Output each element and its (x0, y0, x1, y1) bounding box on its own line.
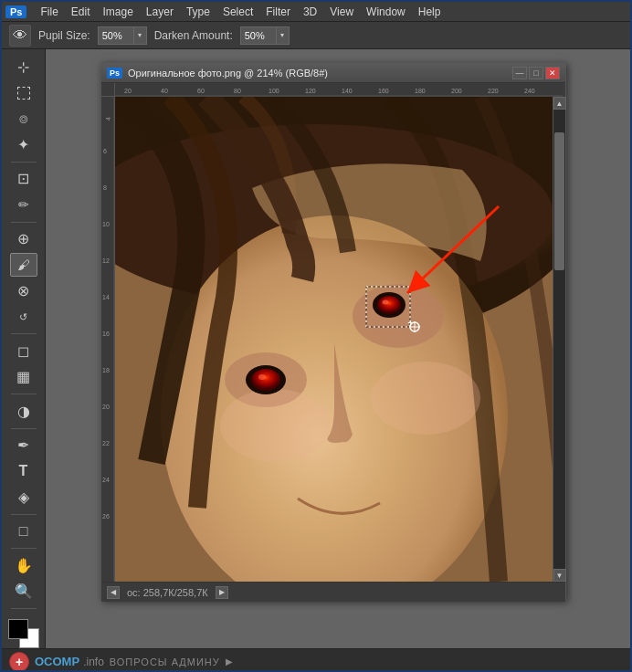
darken-amount-dropdown[interactable]: ▾ (277, 26, 290, 45)
svg-text:20: 20 (124, 88, 132, 94)
separator-7 (11, 548, 37, 549)
tool-marquee[interactable] (10, 80, 37, 104)
ruler-vertical: 4 6 8 10 12 14 16 18 20 22 24 26 (101, 97, 115, 582)
pupil-size-dropdown[interactable]: ▾ (134, 26, 147, 45)
svg-text:26: 26 (102, 513, 110, 520)
minimize-button[interactable]: — (512, 67, 527, 79)
tool-eraser[interactable]: ◻ (10, 339, 37, 362)
separator-1 (11, 162, 37, 163)
tool-healing[interactable]: ⊕ (10, 227, 37, 251)
scroll-thumb[interactable] (554, 132, 564, 270)
svg-point-36 (371, 362, 480, 435)
menu-file[interactable]: File (34, 4, 64, 20)
tool-shape[interactable]: □ (10, 520, 37, 543)
menu-help[interactable]: Help (412, 4, 448, 20)
svg-text:20: 20 (102, 404, 110, 410)
tool-move[interactable]: ⊹ (10, 55, 37, 79)
maximize-button[interactable]: □ (529, 67, 543, 79)
status-next-button[interactable]: ▶ (216, 586, 228, 599)
foreground-color[interactable] (8, 619, 28, 639)
svg-text:16: 16 (102, 331, 110, 337)
menu-select[interactable]: Select (216, 4, 259, 20)
menu-type[interactable]: Type (180, 4, 216, 20)
svg-text:160: 160 (378, 88, 389, 94)
marquee-icon (17, 87, 30, 100)
pupil-size-control: 50% ▾ (98, 26, 147, 45)
ocomp-info: .info (83, 656, 104, 668)
tool-gradient[interactable]: ▦ (10, 365, 37, 389)
vertical-scrollbar[interactable]: ▲ ▼ (553, 97, 565, 582)
text-icon: T (19, 463, 28, 479)
svg-text:8: 8 (103, 184, 107, 191)
tool-path[interactable]: ◈ (10, 485, 37, 509)
scroll-track[interactable] (553, 110, 565, 569)
svg-text:18: 18 (102, 367, 110, 373)
bottom-bar: + OCOMP .info ВОПРОСЫ АДМИНУ ▶ (2, 648, 630, 672)
svg-point-43 (377, 296, 401, 314)
svg-text:4: 4 (105, 117, 111, 121)
svg-text:220: 220 (488, 88, 499, 94)
ocomp-logo: OCOMP (35, 655, 79, 668)
tool-zoom[interactable]: 🔍 (10, 580, 37, 604)
tool-history[interactable]: ↺ (10, 305, 37, 329)
svg-text:60: 60 (197, 88, 205, 94)
menu-edit[interactable]: Edit (65, 4, 97, 20)
tool-magic-wand[interactable]: ✦ (10, 132, 37, 156)
document-statusbar: ◀ ос: 258,7К/258,7К ▶ (101, 582, 565, 602)
separator-4 (11, 394, 37, 394)
menu-view[interactable]: View (323, 4, 360, 20)
menu-image[interactable]: Image (97, 4, 140, 20)
tool-options-icon[interactable]: 👁 (9, 25, 31, 47)
toolbar: ⊹ ⌾ ✦ ⊡ ✏ ⊕ 🖌 ⊗ ↺ ◻ (2, 49, 46, 648)
svg-point-44 (383, 300, 389, 305)
tool-lasso[interactable]: ⌾ (10, 107, 37, 131)
status-prev-button[interactable]: ◀ (107, 586, 120, 599)
svg-text:100: 100 (269, 88, 279, 94)
tool-text[interactable]: T (10, 459, 37, 483)
add-button[interactable]: + (9, 652, 29, 672)
path-icon: ◈ (18, 488, 29, 506)
scroll-up-button[interactable]: ▲ (553, 97, 566, 110)
menu-bar: Ps File Edit Image Layer Type Select Fil… (2, 2, 630, 22)
main-layout: ⊹ ⌾ ✦ ⊡ ✏ ⊕ 🖌 ⊗ ↺ ◻ (2, 49, 630, 648)
dodge-icon: ◑ (17, 403, 30, 420)
darken-amount-input[interactable]: 50% (240, 26, 277, 45)
color-boxes[interactable] (8, 619, 39, 648)
canvas-area[interactable]: Ps Оригинальное фото.png @ 214% (RGB/8#)… (46, 49, 630, 648)
svg-text:180: 180 (415, 88, 426, 94)
shape-icon: □ (19, 523, 28, 540)
svg-text:10: 10 (102, 221, 110, 227)
separator-8 (11, 608, 37, 609)
gradient-icon: ▦ (16, 368, 30, 385)
doc-ps-logo: Ps (107, 68, 122, 79)
tool-clone[interactable]: ⊗ (10, 278, 37, 302)
svg-text:140: 140 (342, 88, 353, 94)
document-titlebar[interactable]: Ps Оригинальное фото.png @ 214% (RGB/8#)… (101, 63, 565, 83)
separator-6 (11, 514, 37, 515)
scroll-down-button[interactable]: ▼ (553, 569, 566, 582)
tool-hand[interactable]: ✋ (10, 553, 37, 577)
menu-3d[interactable]: 3D (297, 4, 323, 20)
tool-brush[interactable]: 🖌 (10, 253, 37, 278)
magic-wand-icon: ✦ (17, 136, 29, 153)
brush-icon: 🖌 (17, 257, 30, 272)
tool-dodge[interactable]: ◑ (10, 399, 37, 423)
menu-layer[interactable]: Layer (140, 4, 180, 20)
tool-eyedropper[interactable]: ✏ (10, 193, 37, 216)
options-bar: 👁 Pupil Size: 50% ▾ Darken Amount: 50% ▾ (2, 22, 630, 49)
separator-5 (11, 428, 37, 429)
ruler-row: 20 40 60 80 100 120 140 160 180 200 220 … (101, 83, 565, 97)
menu-filter[interactable]: Filter (259, 4, 297, 20)
ps-logo: Ps (5, 5, 26, 18)
menu-window[interactable]: Window (360, 4, 412, 20)
pupil-size-input[interactable]: 50% (98, 26, 134, 45)
logo-area: OCOMP .info (35, 655, 104, 668)
svg-text:80: 80 (234, 88, 241, 94)
canvas-container[interactable]: + (115, 97, 553, 582)
eyedropper-icon: ✏ (18, 197, 29, 212)
tool-pen[interactable]: ✒ (10, 433, 37, 457)
pupil-size-label: Pupil Size: (38, 29, 90, 42)
close-button[interactable]: ✕ (545, 67, 560, 79)
document-title: Оригинальное фото.png @ 214% (RGB/8#) (128, 68, 511, 79)
tool-crop[interactable]: ⊡ (10, 167, 37, 191)
